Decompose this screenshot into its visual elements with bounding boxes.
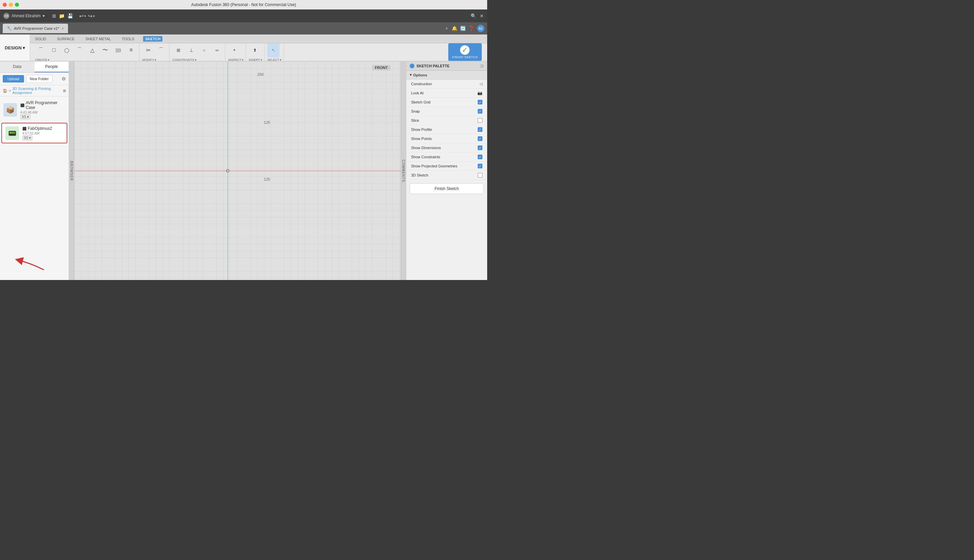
panel-tabs: Data People (0, 62, 69, 73)
design-label: DESIGN ▾ (5, 45, 25, 50)
active-tab[interactable]: 🔧 AVR Programmer Case v1* ✕ (3, 24, 68, 33)
triangle-tool[interactable]: △ (86, 43, 98, 57)
constraint-tool-2[interactable]: ⊥ (185, 43, 197, 57)
file-icon-2: 📟 (5, 127, 19, 140)
show-dimensions-checkbox[interactable]: ✓ (478, 145, 482, 150)
version-badge[interactable]: V1 ▾ (20, 114, 30, 119)
create-dropdown[interactable]: ▾ (48, 58, 49, 61)
select-tool[interactable]: ↖ (267, 43, 279, 57)
show-profile-label: Show Profile (411, 127, 475, 132)
new-tab-button[interactable]: ＋ (444, 25, 449, 32)
file-item[interactable]: 📦 ⬛ AVR Programmer Case 4:41:46 AM V1 ▾ (0, 98, 69, 122)
sync-icon[interactable]: 🔄 (460, 26, 466, 31)
tab-sketch[interactable]: SKETCH (143, 36, 162, 42)
panel-settings-icon[interactable]: ⚙ (62, 76, 66, 82)
finish-sketch-icon: ✓ (460, 45, 470, 55)
tab-close-icon[interactable]: ✕ (61, 27, 64, 30)
app-title: Autodesk Fusion 360 (Personal - Not for … (191, 2, 296, 7)
close-tab-icon[interactable]: ✕ (480, 13, 484, 18)
folder-icon[interactable]: 📁 (59, 13, 65, 18)
show-projected-checkbox[interactable]: ✓ (478, 164, 482, 168)
file-item-selected[interactable]: 📟 ⬛ FabOptimus2 4:57:02 AM V1 ▾ (2, 123, 67, 143)
palette-row-slice: Slice (406, 116, 487, 125)
ribbon-tools-row: ⌒ □ ◯ ⌒ △ 〜 )))) ≡ CREATE ▾ (30, 43, 487, 61)
sketch-grid-checkbox[interactable]: ✓ (478, 100, 482, 105)
user-bar-right: 🔍 ✕ (470, 13, 484, 18)
tab-sheet-metal[interactable]: SHEET METAL (83, 36, 113, 42)
apps-icon[interactable]: ⊞ (52, 13, 56, 18)
finish-sketch-label: FINISH SKETCH (452, 55, 478, 59)
snap-checkbox[interactable]: ✓ (478, 109, 482, 113)
modify-dropdown[interactable]: ▾ (155, 58, 156, 61)
tab-tools[interactable]: TOOLS (120, 36, 136, 42)
undo-dropdown[interactable]: ▾ (84, 14, 86, 18)
finish-sketch-button[interactable]: ✓ FINISH SKETCH (448, 43, 482, 61)
palette-collapse-icon[interactable]: ⟩⟩ (480, 63, 484, 68)
file-timestamp: 4:41:46 AM (20, 111, 65, 114)
trim-tool[interactable]: ✂ (142, 43, 154, 57)
insert-group: ⬆ INSERT ▾ (247, 43, 265, 61)
breadcrumb-project[interactable]: 3D Scanning & Printing Assignment (12, 87, 62, 95)
file-name: ⬛ AVR Programmer Case (20, 100, 65, 110)
notifications-icon[interactable]: 🔔 (452, 26, 457, 31)
canvas-area[interactable]: FRONT 250 125 125 ✥ 🖐 ✋ 🔍 ▾ ▣ ▾ ⊞ (74, 62, 400, 280)
version-badge-2[interactable]: V1 ▾ (22, 135, 32, 140)
line-tool[interactable]: ⌒ (35, 43, 47, 57)
look-at-icon[interactable]: 📷 (477, 91, 482, 95)
upload-button[interactable]: Upload (3, 75, 24, 83)
constraint-tool-3[interactable]: ○ (198, 43, 210, 57)
undo-button[interactable]: ↩ (79, 13, 83, 19)
save-icon[interactable]: 💾 (67, 13, 73, 18)
constraint-tool-4[interactable]: ═ (211, 43, 223, 57)
3d-sketch-label: 3D Sketch (411, 173, 475, 177)
construction-icon[interactable]: ◁ (479, 82, 482, 86)
help-icon[interactable]: ❓ (469, 26, 474, 31)
sketch-palette: SKETCH PALETTE ⟩⟩ ▾ Options Construction… (406, 62, 487, 280)
rect-tool[interactable]: □ (48, 43, 60, 57)
finish-sketch-palette-button[interactable]: Finish Sketch (410, 183, 484, 194)
show-points-checkbox[interactable]: ✓ (478, 136, 482, 141)
user-icon[interactable]: AE (477, 25, 484, 32)
redo-dropdown[interactable]: ▾ (93, 14, 95, 18)
select-dropdown[interactable]: ▾ (280, 58, 282, 61)
tab-surface[interactable]: SURFACE (55, 36, 77, 42)
constraint-tool-1[interactable]: ⊞ (172, 43, 184, 57)
comments-panel[interactable]: COMMENTS (400, 62, 406, 280)
breadcrumb-expand[interactable]: ⊞ (63, 88, 66, 93)
spline-tool[interactable]: 〜 (99, 43, 111, 57)
offset-tool[interactable]: )))) (112, 43, 124, 57)
user-menu[interactable]: AE Ahmed Ebrahim ▾ (3, 13, 45, 19)
show-constraints-checkbox[interactable]: ✓ (478, 155, 482, 159)
search-icon[interactable]: 🔍 (470, 13, 476, 18)
design-dropdown[interactable]: DESIGN ▾ (0, 35, 30, 61)
3d-sketch-checkbox[interactable] (478, 173, 482, 178)
breadcrumb-home[interactable]: 🏠 (3, 88, 7, 93)
insert-tool[interactable]: ⬆ (249, 43, 261, 57)
circle-tool[interactable]: ◯ (60, 43, 73, 57)
constraints-dropdown[interactable]: ▾ (195, 58, 197, 61)
close-button[interactable] (3, 3, 7, 7)
inspect-dropdown[interactable]: ▾ (242, 58, 244, 61)
minimize-button[interactable] (9, 3, 13, 7)
palette-options-header[interactable]: ▾ Options (406, 71, 487, 80)
arc-tool[interactable]: ⌒ (73, 43, 86, 57)
mirror-tool[interactable]: ≡ (125, 43, 137, 57)
redo-button[interactable]: ↪ (88, 13, 92, 19)
constraints-group: ⊞ ⊥ ○ ═ CONSTRAINTS ▾ (170, 43, 225, 61)
look-at-label: Look At (411, 91, 475, 95)
palette-row-sketch-grid: Sketch Grid ✓ (406, 98, 487, 107)
browser-panel[interactable]: BROWSER (69, 62, 74, 280)
tab-people[interactable]: People (35, 62, 69, 72)
show-profile-checkbox[interactable]: ✓ (478, 127, 482, 132)
palette-options-toggle: ▾ (410, 73, 412, 77)
palette-header-icon (410, 63, 414, 68)
canvas-grid: FRONT 250 125 125 (74, 62, 400, 280)
new-folder-button[interactable]: New Folder (26, 75, 52, 83)
tab-data[interactable]: Data (0, 62, 35, 72)
insert-dropdown[interactable]: ▾ (260, 58, 262, 61)
slice-checkbox[interactable] (478, 118, 482, 123)
tab-solid[interactable]: SOLID (33, 36, 48, 42)
offset-curve-tool[interactable]: ⌒ (155, 43, 167, 57)
inspect-tool[interactable]: ⌖ (228, 43, 240, 57)
maximize-button[interactable] (15, 3, 19, 7)
